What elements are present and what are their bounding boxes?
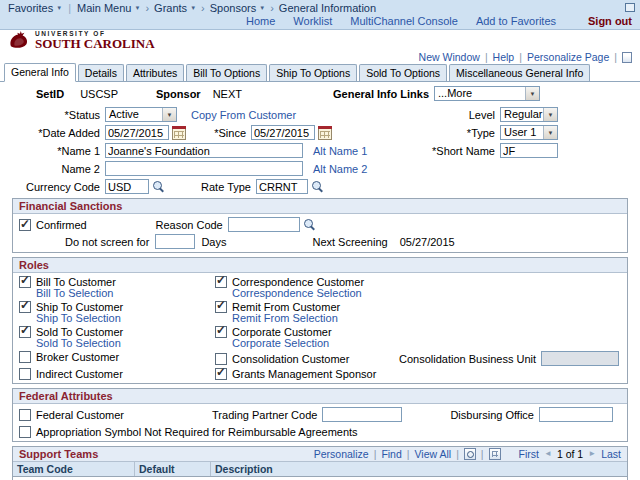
confirmed-checkbox[interactable] [19, 219, 31, 231]
table-header-row: Team Code Default Description [13, 462, 627, 477]
remit-from-selection-link[interactable]: Remit From Selection [232, 312, 338, 324]
corporate-customer-checkbox[interactable] [215, 326, 227, 338]
reason-code-input[interactable] [228, 217, 300, 232]
ship-to-selection-link[interactable]: Ship To Selection [36, 312, 121, 324]
row-counter: 1 of 1 [557, 448, 583, 460]
chevron-down-icon: ▼ [190, 5, 196, 11]
last-link[interactable]: Last [601, 448, 621, 460]
indirect-customer-checkbox[interactable] [19, 368, 31, 380]
grants-management-sponsor-checkbox[interactable] [215, 368, 227, 380]
status-select[interactable]: Active ▼ [105, 107, 177, 122]
trading-partner-code-input[interactable] [322, 407, 402, 422]
zoom-grid-icon[interactable] [464, 448, 476, 460]
header-band: Favorites▼ | Main Menu▼ › Grants▼ › Spon… [0, 0, 640, 30]
federal-attributes-section: Federal Attributes Federal Customer Trad… [12, 388, 628, 442]
rate-type-input[interactable] [256, 179, 308, 194]
multichannel-console-link[interactable]: MultiChannel Console [350, 15, 458, 27]
role-remit-from-customer: Remit From Customer Remit From Selection [215, 301, 621, 324]
tab-ship-to-options[interactable]: Ship To Options [269, 64, 357, 81]
confirmed-label: Confirmed [36, 219, 87, 231]
do-not-screen-input[interactable] [155, 234, 195, 249]
alt-name1-link[interactable]: Alt Name 1 [313, 145, 367, 157]
trading-partner-code-label: Trading Partner Code [212, 409, 317, 421]
worklist-link[interactable]: Worklist [293, 15, 332, 27]
tab-attributes[interactable]: Attributes [126, 64, 184, 81]
sign-out-link[interactable]: Sign out [588, 15, 632, 27]
personalize-page-link[interactable]: Personalize Page [527, 51, 609, 63]
user-links-bar: Home Worklist MultiChannel Console Add t… [8, 14, 632, 28]
type-value: User 1 [501, 126, 543, 139]
correspondence-selection-link[interactable]: Correspondence Selection [232, 287, 362, 299]
calendar-icon[interactable] [318, 126, 332, 140]
tab-details[interactable]: Details [78, 64, 124, 81]
window-icon[interactable] [625, 3, 635, 12]
column-team-code[interactable]: Team Code [13, 462, 135, 476]
home-link[interactable]: Home [246, 15, 275, 27]
download-grid-icon[interactable] [489, 448, 501, 460]
breadcrumb-current: General Information [279, 2, 376, 14]
setid-label: SetID [36, 88, 64, 100]
calendar-icon[interactable] [172, 126, 186, 140]
bill-to-selection-link[interactable]: Bill To Selection [36, 287, 113, 299]
view-all-link[interactable]: View All [415, 448, 452, 460]
breadcrumb-sponsors[interactable]: Sponsors▼ [210, 2, 265, 14]
bill-to-customer-checkbox[interactable] [19, 276, 31, 288]
chevron-down-icon: ▼ [134, 5, 140, 11]
copy-url-icon[interactable] [622, 52, 632, 63]
breadcrumb-grants[interactable]: Grants▼ [154, 2, 196, 14]
copy-from-customer-link[interactable]: Copy From Customer [191, 109, 296, 121]
broker-customer-checkbox[interactable] [19, 351, 31, 363]
section-title: Federal Attributes [19, 390, 113, 402]
breadcrumb-separator: › [270, 2, 274, 14]
federal-customer-checkbox[interactable] [19, 409, 31, 421]
corporate-selection-link[interactable]: Corporate Selection [232, 337, 329, 349]
column-default[interactable]: Default [135, 462, 211, 476]
favorites-menu[interactable]: Favorites▼ [8, 2, 62, 14]
tab-sold-to-options[interactable]: Sold To Options [359, 64, 447, 81]
financial-sanctions-section: Financial Sanctions Confirmed Reason Cod… [12, 198, 628, 253]
since-input[interactable] [251, 125, 315, 140]
currency-code-input[interactable] [105, 179, 149, 194]
disbursing-office-input[interactable] [539, 407, 613, 422]
name1-input[interactable] [105, 143, 303, 158]
main-menu[interactable]: Main Menu▼ [77, 2, 140, 14]
personalize-link[interactable]: Personalize [314, 448, 369, 460]
name2-input[interactable] [105, 161, 303, 176]
column-description[interactable]: Description [211, 462, 627, 476]
section-title: Roles [19, 259, 49, 271]
alt-name2-link[interactable]: Alt Name 2 [313, 163, 367, 175]
first-link[interactable]: First [519, 448, 539, 460]
help-link[interactable]: Help [493, 51, 515, 63]
next-row-icon[interactable]: ► [588, 448, 596, 460]
sold-to-selection-link[interactable]: Sold To Selection [36, 337, 121, 349]
new-window-link[interactable]: New Window [419, 51, 480, 63]
lookup-icon[interactable] [152, 180, 165, 193]
divider: | [68, 2, 71, 14]
general-info-links-select[interactable]: ...More ▼ [434, 86, 540, 101]
ship-to-customer-checkbox[interactable] [19, 301, 31, 313]
indirect-customer-label: Indirect Customer [36, 368, 123, 380]
level-select[interactable]: Regular ▼ [500, 107, 558, 122]
add-to-favorites-link[interactable]: Add to Favorites [476, 15, 556, 27]
find-link[interactable]: Find [381, 448, 401, 460]
date-added-input[interactable] [105, 125, 169, 140]
role-broker-customer: Broker Customer [19, 351, 209, 363]
roles-header: Roles [13, 258, 627, 273]
lookup-icon[interactable] [303, 218, 316, 231]
divider: | [485, 51, 488, 63]
lookup-icon[interactable] [311, 180, 324, 193]
sponsor-value: NEXT [213, 88, 242, 100]
short-name-input[interactable] [500, 143, 558, 158]
remit-from-customer-checkbox[interactable] [215, 301, 227, 313]
previous-row-icon[interactable]: ◄ [544, 448, 552, 460]
appropriation-symbol-checkbox[interactable] [19, 426, 31, 438]
type-select[interactable]: User 1 ▼ [500, 125, 558, 140]
correspondence-customer-checkbox[interactable] [215, 276, 227, 288]
sold-to-customer-checkbox[interactable] [19, 326, 31, 338]
level-value: Regular [501, 108, 543, 121]
broker-customer-label: Broker Customer [36, 351, 119, 363]
tab-miscellaneous-general-info[interactable]: Miscellaneous General Info [449, 64, 590, 81]
consolidation-customer-checkbox[interactable] [215, 353, 227, 365]
tab-general-info[interactable]: General Info [4, 63, 76, 82]
tab-bill-to-options[interactable]: Bill To Options [186, 64, 267, 81]
